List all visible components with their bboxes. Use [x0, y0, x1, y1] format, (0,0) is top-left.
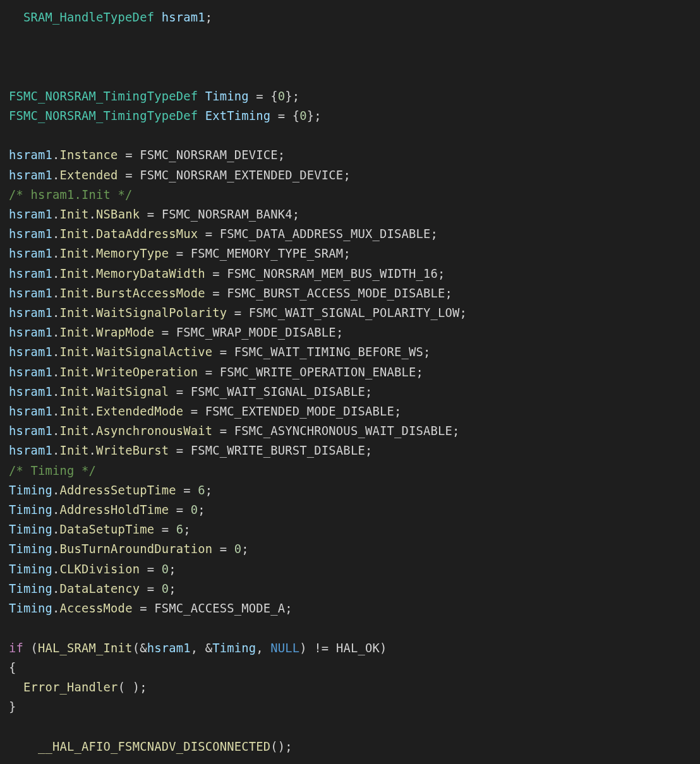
- token-punc: ;: [343, 169, 351, 182]
- token-punc: ;: [365, 385, 373, 398]
- code-line[interactable]: Error_Handler( );: [9, 681, 147, 694]
- token-obj: hsram1: [9, 405, 52, 418]
- code-line[interactable]: hsram1.Init.WrapMode = FSMC_WRAP_MODE_DI…: [9, 326, 343, 339]
- token-punc: =: [205, 287, 227, 300]
- code-line[interactable]: hsram1.Init.WaitSignalPolarity = FSMC_WA…: [9, 306, 467, 319]
- code-line[interactable]: Timing.BusTurnAroundDuration = 0;: [9, 542, 249, 556]
- token-punc: .: [89, 424, 97, 438]
- code-line[interactable]: hsram1.Init.WaitSignalActive = FSMC_WAIT…: [9, 345, 430, 359]
- token-member: BurstAccessMode: [96, 287, 205, 300]
- token-member: WaitSignalPolarity: [96, 306, 227, 319]
- code-line[interactable]: Timing.AccessMode = FSMC_ACCESS_MODE_A;: [9, 602, 293, 615]
- token-macro: FSMC_ACCESS_MODE_A: [154, 602, 285, 615]
- code-line[interactable]: hsram1.Init.DataAddressMux = FSMC_DATA_A…: [9, 227, 438, 241]
- token-punc: ;: [365, 444, 373, 457]
- token-punc: , &: [191, 642, 213, 655]
- code-line[interactable]: /* hsram1.Init */: [9, 188, 133, 201]
- token-macro: FSMC_WAIT_TIMING_BEFORE_WS: [234, 345, 423, 359]
- code-line[interactable]: Timing.CLKDivision = 0;: [9, 563, 176, 576]
- code-line[interactable]: if (HAL_SRAM_Init(&hsram1, &Timing, NULL…: [9, 642, 387, 655]
- token-punc: .: [89, 247, 97, 260]
- token-punc: .: [89, 326, 97, 339]
- code-line[interactable]: FSMC_NORSRAM_TimingTypeDef Timing = {0};: [9, 90, 299, 103]
- code-line[interactable]: hsram1.Init.WaitSignal = FSMC_WAIT_SIGNA…: [9, 385, 372, 398]
- token-num: 0: [162, 563, 169, 576]
- code-line[interactable]: /* Timing */: [9, 464, 96, 477]
- token-punc: ;: [169, 582, 176, 595]
- token-func: Error_Handler: [23, 681, 118, 694]
- token-member: Init: [60, 287, 89, 300]
- token-punc: =: [118, 169, 140, 182]
- token-macro: HAL_OK: [336, 642, 380, 655]
- code-line[interactable]: hsram1.Init.NSBank = FSMC_NORSRAM_BANK4;: [9, 208, 299, 221]
- token-punc: .: [89, 345, 97, 359]
- token-punc: .: [52, 267, 60, 280]
- token-macro: FSMC_WRITE_BURST_DISABLE: [191, 444, 365, 457]
- token-obj: hsram1: [9, 247, 52, 260]
- code-line[interactable]: hsram1.Init.AsynchronousWait = FSMC_ASYN…: [9, 424, 460, 438]
- code-line[interactable]: hsram1.Init.WriteOperation = FSMC_WRITE_…: [9, 366, 423, 379]
- token-punc: .: [52, 306, 60, 319]
- token-macro: FSMC_ASYNCHRONOUS_WAIT_DISABLE: [234, 424, 452, 438]
- token-member: AddressSetupTime: [60, 484, 176, 497]
- token-num: 6: [176, 523, 184, 536]
- code-editor-content[interactable]: SRAM_HandleTypeDef hsram1; FSMC_NORSRAM_…: [0, 0, 700, 764]
- token-punc: .: [52, 503, 60, 516]
- code-line[interactable]: hsram1.Instance = FSMC_NORSRAM_DEVICE;: [9, 148, 285, 162]
- token-obj: Timing: [9, 542, 52, 556]
- token-punc: }: [9, 700, 16, 713]
- token-punc: .: [52, 169, 60, 182]
- token-punc: .: [52, 287, 60, 300]
- token-member: Init: [60, 306, 89, 319]
- token-punc: ;: [430, 227, 438, 241]
- token-punc: .: [52, 326, 60, 339]
- code-line[interactable]: Timing.DataLatency = 0;: [9, 582, 176, 595]
- code-line[interactable]: SRAM_HandleTypeDef hsram1;: [9, 11, 212, 24]
- token-punc: =: [205, 267, 227, 280]
- token-punc: ;: [198, 503, 205, 516]
- token-punc: ;: [423, 345, 431, 359]
- code-line[interactable]: Timing.AddressHoldTime = 0;: [9, 503, 205, 516]
- token-member: Init: [60, 345, 89, 359]
- token-member: Init: [60, 227, 89, 241]
- code-line[interactable]: hsram1.Init.BurstAccessMode = FSMC_BURST…: [9, 287, 452, 300]
- code-line[interactable]: hsram1.Init.WriteBurst = FSMC_WRITE_BURS…: [9, 444, 372, 457]
- token-type: FSMC_NORSRAM_TimingTypeDef: [9, 90, 198, 103]
- code-line[interactable]: Timing.AddressSetupTime = 6;: [9, 484, 212, 497]
- token-punc: ();: [270, 740, 293, 753]
- code-line[interactable]: {: [9, 661, 16, 674]
- token-punc: .: [89, 306, 97, 319]
- code-line[interactable]: hsram1.Init.MemoryDataWidth = FSMC_NORSR…: [9, 267, 445, 280]
- token-member: AsynchronousWait: [96, 424, 212, 438]
- token-member: WaitSignal: [96, 385, 169, 398]
- token-punc: [154, 11, 162, 24]
- token-member: Init: [60, 366, 89, 379]
- token-punc: =: [169, 503, 191, 516]
- token-member: Init: [60, 208, 89, 221]
- code-line[interactable]: Timing.DataSetupTime = 6;: [9, 523, 191, 536]
- token-member: AccessMode: [60, 602, 133, 615]
- token-obj: hsram1: [9, 366, 52, 379]
- token-punc: .: [89, 366, 97, 379]
- code-line[interactable]: hsram1.Init.MemoryType = FSMC_MEMORY_TYP…: [9, 247, 351, 260]
- code-line[interactable]: }: [9, 700, 16, 713]
- token-punc: =: [169, 385, 191, 398]
- token-punc: .: [52, 405, 60, 418]
- token-member: ExtendedMode: [96, 405, 183, 418]
- token-keyword: if: [9, 642, 23, 655]
- token-obj: hsram1: [9, 424, 52, 438]
- token-type: SRAM_HandleTypeDef: [23, 11, 154, 24]
- token-punc: .: [52, 345, 60, 359]
- token-num: 0: [234, 542, 242, 556]
- token-punc: =: [154, 523, 176, 536]
- code-line[interactable]: hsram1.Init.ExtendedMode = FSMC_EXTENDED…: [9, 405, 401, 418]
- code-line[interactable]: hsram1.Extended = FSMC_NORSRAM_EXTENDED_…: [9, 169, 351, 182]
- token-punc: ;: [336, 326, 344, 339]
- code-line[interactable]: FSMC_NORSRAM_TimingTypeDef ExtTiming = {…: [9, 109, 322, 122]
- token-punc: ;: [169, 563, 176, 576]
- token-member: DataSetupTime: [60, 523, 155, 536]
- code-line[interactable]: __HAL_AFIO_FSMCNADV_DISCONNECTED();: [9, 740, 293, 753]
- token-macro: FSMC_NORSRAM_BANK4: [162, 208, 293, 221]
- token-punc: =: [212, 424, 234, 438]
- token-punc: ;: [452, 424, 460, 438]
